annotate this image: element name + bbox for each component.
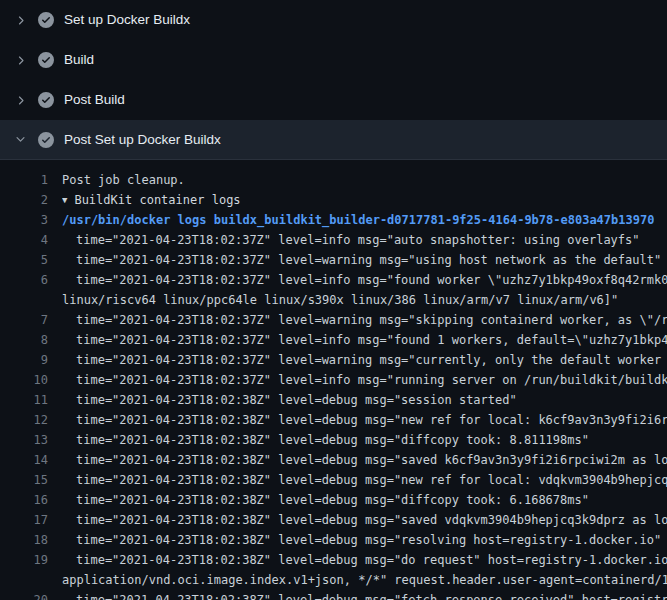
line-number[interactable]: 4: [0, 230, 48, 250]
log-text: time="2021-04-23T18:02:38Z" level=debug …: [62, 410, 667, 430]
check-circle-icon: [38, 12, 54, 28]
line-number[interactable]: 13: [0, 430, 48, 450]
line-number[interactable]: 9: [0, 350, 48, 370]
step-header-set-up-docker-buildx[interactable]: Set up Docker Buildx: [0, 0, 667, 40]
group-label: BuildKit container logs: [74, 193, 240, 207]
log-row: 11time="2021-04-23T18:02:38Z" level=debu…: [0, 390, 667, 410]
chevron-down-icon: [12, 132, 28, 148]
log-text: time="2021-04-23T18:02:37Z" level=warnin…: [62, 250, 661, 270]
check-circle-icon: [38, 132, 54, 148]
log-text: time="2021-04-23T18:02:38Z" level=debug …: [62, 530, 661, 550]
log-row: 5time="2021-04-23T18:02:37Z" level=warni…: [0, 250, 667, 270]
log-row: 9time="2021-04-23T18:02:37Z" level=warni…: [0, 350, 667, 370]
log-text: time="2021-04-23T18:02:37Z" level=info m…: [62, 230, 640, 250]
log-row: 4time="2021-04-23T18:02:37Z" level=info …: [0, 230, 667, 250]
step-label: Post Set up Docker Buildx: [64, 130, 221, 150]
log-text: time="2021-04-23T18:02:38Z" level=debug …: [62, 550, 667, 570]
log-row: 3/usr/bin/docker logs buildx_buildkit_bu…: [0, 210, 667, 230]
log-text: time="2021-04-23T18:02:38Z" level=debug …: [62, 390, 517, 410]
chevron-right-icon: [12, 92, 28, 108]
log-row: 10time="2021-04-23T18:02:37Z" level=info…: [0, 370, 667, 390]
line-number[interactable]: 1: [0, 170, 48, 190]
log-row: 20time="2021-04-23T18:02:38Z" level=debu…: [0, 590, 667, 600]
check-circle-icon: [38, 92, 54, 108]
log-text: time="2021-04-23T18:02:38Z" level=debug …: [62, 470, 667, 490]
log-text: linux/riscv64 linux/ppc64le linux/s390x …: [62, 290, 618, 310]
step-label: Set up Docker Buildx: [64, 10, 190, 30]
line-number[interactable]: 16: [0, 490, 48, 510]
line-number[interactable]: 5: [0, 250, 48, 270]
log-text: time="2021-04-23T18:02:38Z" level=debug …: [62, 590, 667, 600]
log-text: time="2021-04-23T18:02:38Z" level=debug …: [62, 430, 589, 450]
check-circle-icon: [38, 52, 54, 68]
line-number[interactable]: 2: [0, 190, 48, 210]
log-row: 8time="2021-04-23T18:02:37Z" level=info …: [0, 330, 667, 350]
log-text: time="2021-04-23T18:02:38Z" level=debug …: [62, 490, 589, 510]
log-text[interactable]: ▼BuildKit container logs: [62, 190, 241, 210]
step-header-build[interactable]: Build: [0, 40, 667, 80]
log-group-row: 2▼BuildKit container logs: [0, 190, 667, 210]
log-text: application/vnd.oci.image.index.v1+json,…: [62, 570, 667, 590]
line-number[interactable]: 18: [0, 530, 48, 550]
line-number: [0, 570, 48, 590]
log-row: 1Post job cleanup.: [0, 170, 667, 190]
line-number[interactable]: 19: [0, 550, 48, 570]
log-row: linux/riscv64 linux/ppc64le linux/s390x …: [0, 290, 667, 310]
step-header-post-set-up-docker-buildx[interactable]: Post Set up Docker Buildx: [0, 120, 667, 160]
log-row: 12time="2021-04-23T18:02:38Z" level=debu…: [0, 410, 667, 430]
group-toggle-icon[interactable]: ▼: [62, 190, 67, 210]
log-text: time="2021-04-23T18:02:37Z" level=info m…: [62, 370, 667, 390]
line-number[interactable]: 11: [0, 390, 48, 410]
line-number[interactable]: 12: [0, 410, 48, 430]
log-text: Post job cleanup.: [62, 170, 185, 190]
log-text: time="2021-04-23T18:02:37Z" level=info m…: [62, 270, 667, 290]
log-viewer: 1Post job cleanup.2▼BuildKit container l…: [0, 160, 667, 600]
log-row: 14time="2021-04-23T18:02:38Z" level=debu…: [0, 450, 667, 470]
line-number[interactable]: 14: [0, 450, 48, 470]
line-number[interactable]: 7: [0, 310, 48, 330]
line-number[interactable]: 20: [0, 590, 48, 600]
log-row: 7time="2021-04-23T18:02:37Z" level=warni…: [0, 310, 667, 330]
line-number[interactable]: 10: [0, 370, 48, 390]
log-row: application/vnd.oci.image.index.v1+json,…: [0, 570, 667, 590]
log-text: time="2021-04-23T18:02:37Z" level=info m…: [62, 330, 667, 350]
log-text: time="2021-04-23T18:02:38Z" level=debug …: [62, 510, 667, 530]
step-label: Build: [64, 50, 94, 70]
log-row: 16time="2021-04-23T18:02:38Z" level=debu…: [0, 490, 667, 510]
step-label: Post Build: [64, 90, 125, 110]
log-row: 13time="2021-04-23T18:02:38Z" level=debu…: [0, 430, 667, 450]
log-text: time="2021-04-23T18:02:37Z" level=warnin…: [62, 310, 667, 330]
log-row: 6time="2021-04-23T18:02:37Z" level=info …: [0, 270, 667, 290]
line-number[interactable]: 15: [0, 470, 48, 490]
chevron-right-icon: [12, 12, 28, 28]
log-text: time="2021-04-23T18:02:38Z" level=debug …: [62, 450, 667, 470]
line-number[interactable]: 17: [0, 510, 48, 530]
chevron-right-icon: [12, 52, 28, 68]
line-number[interactable]: 6: [0, 270, 48, 290]
log-row: 18time="2021-04-23T18:02:38Z" level=debu…: [0, 530, 667, 550]
line-number[interactable]: 3: [0, 210, 48, 230]
command-text: /usr/bin/docker logs buildx_buildkit_bui…: [62, 210, 654, 230]
log-text: time="2021-04-23T18:02:37Z" level=warnin…: [62, 350, 667, 370]
log-row: 17time="2021-04-23T18:02:38Z" level=debu…: [0, 510, 667, 530]
job-steps-list: Set up Docker BuildxBuildPost BuildPost …: [0, 0, 667, 160]
log-row: 19time="2021-04-23T18:02:38Z" level=debu…: [0, 550, 667, 570]
line-number[interactable]: 8: [0, 330, 48, 350]
log-row: 15time="2021-04-23T18:02:38Z" level=debu…: [0, 470, 667, 490]
line-number: [0, 290, 48, 310]
step-header-post-build[interactable]: Post Build: [0, 80, 667, 120]
